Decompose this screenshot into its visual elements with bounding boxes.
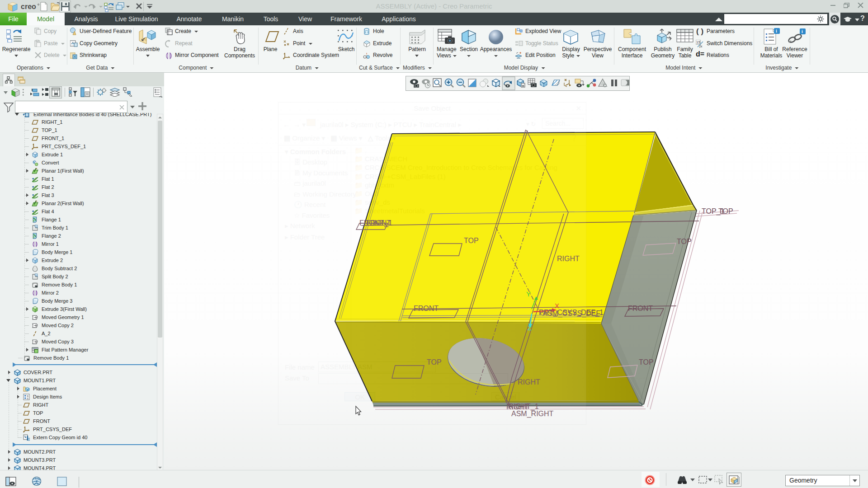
svg-text:i: i [802,29,803,34]
svg-text:i: i [776,28,777,33]
svg-text:fx: fx [699,44,703,48]
